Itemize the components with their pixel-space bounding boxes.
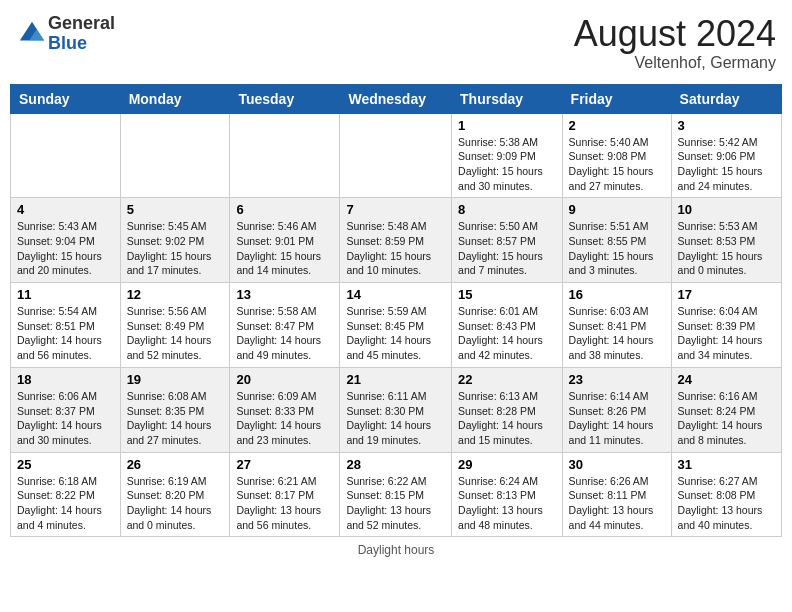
day-number: 22 (458, 372, 556, 387)
calendar-week-row: 18Sunrise: 6:06 AM Sunset: 8:37 PM Dayli… (11, 367, 782, 452)
day-info: Sunrise: 6:14 AM Sunset: 8:26 PM Dayligh… (569, 389, 665, 448)
day-info: Sunrise: 5:45 AM Sunset: 9:02 PM Dayligh… (127, 219, 224, 278)
calendar-day-cell: 21Sunrise: 6:11 AM Sunset: 8:30 PM Dayli… (340, 367, 452, 452)
day-info: Sunrise: 6:01 AM Sunset: 8:43 PM Dayligh… (458, 304, 556, 363)
day-number: 1 (458, 118, 556, 133)
day-of-week-header: Wednesday (340, 84, 452, 113)
logo-blue-text: Blue (48, 34, 115, 54)
day-info: Sunrise: 6:16 AM Sunset: 8:24 PM Dayligh… (678, 389, 775, 448)
logo-general-text: General (48, 14, 115, 34)
calendar-table: SundayMondayTuesdayWednesdayThursdayFrid… (10, 84, 782, 538)
calendar-day-cell: 17Sunrise: 6:04 AM Sunset: 8:39 PM Dayli… (671, 283, 781, 368)
day-number: 29 (458, 457, 556, 472)
day-number: 20 (236, 372, 333, 387)
day-info: Sunrise: 5:54 AM Sunset: 8:51 PM Dayligh… (17, 304, 114, 363)
day-number: 26 (127, 457, 224, 472)
calendar-day-cell: 1Sunrise: 5:38 AM Sunset: 9:09 PM Daylig… (452, 113, 563, 198)
day-info: Sunrise: 6:27 AM Sunset: 8:08 PM Dayligh… (678, 474, 775, 533)
day-number: 3 (678, 118, 775, 133)
calendar-body: 1Sunrise: 5:38 AM Sunset: 9:09 PM Daylig… (11, 113, 782, 537)
day-number: 8 (458, 202, 556, 217)
day-info: Sunrise: 6:24 AM Sunset: 8:13 PM Dayligh… (458, 474, 556, 533)
calendar-week-row: 4Sunrise: 5:43 AM Sunset: 9:04 PM Daylig… (11, 198, 782, 283)
day-number: 17 (678, 287, 775, 302)
calendar-header: SundayMondayTuesdayWednesdayThursdayFrid… (11, 84, 782, 113)
calendar-day-cell: 31Sunrise: 6:27 AM Sunset: 8:08 PM Dayli… (671, 452, 781, 537)
calendar-day-cell: 14Sunrise: 5:59 AM Sunset: 8:45 PM Dayli… (340, 283, 452, 368)
calendar-day-cell: 4Sunrise: 5:43 AM Sunset: 9:04 PM Daylig… (11, 198, 121, 283)
month-year-title: August 2024 (574, 14, 776, 54)
day-number: 6 (236, 202, 333, 217)
day-info: Sunrise: 6:13 AM Sunset: 8:28 PM Dayligh… (458, 389, 556, 448)
calendar-day-cell: 12Sunrise: 5:56 AM Sunset: 8:49 PM Dayli… (120, 283, 230, 368)
calendar-day-cell: 18Sunrise: 6:06 AM Sunset: 8:37 PM Dayli… (11, 367, 121, 452)
day-info: Sunrise: 5:59 AM Sunset: 8:45 PM Dayligh… (346, 304, 445, 363)
calendar-day-cell: 28Sunrise: 6:22 AM Sunset: 8:15 PM Dayli… (340, 452, 452, 537)
calendar-day-cell: 27Sunrise: 6:21 AM Sunset: 8:17 PM Dayli… (230, 452, 340, 537)
day-info: Sunrise: 6:08 AM Sunset: 8:35 PM Dayligh… (127, 389, 224, 448)
day-info: Sunrise: 5:58 AM Sunset: 8:47 PM Dayligh… (236, 304, 333, 363)
calendar-week-row: 1Sunrise: 5:38 AM Sunset: 9:09 PM Daylig… (11, 113, 782, 198)
day-number: 21 (346, 372, 445, 387)
calendar-day-cell: 22Sunrise: 6:13 AM Sunset: 8:28 PM Dayli… (452, 367, 563, 452)
day-number: 18 (17, 372, 114, 387)
day-info: Sunrise: 6:06 AM Sunset: 8:37 PM Dayligh… (17, 389, 114, 448)
calendar-day-cell: 8Sunrise: 5:50 AM Sunset: 8:57 PM Daylig… (452, 198, 563, 283)
day-of-week-header: Tuesday (230, 84, 340, 113)
calendar-day-cell (11, 113, 121, 198)
day-info: Sunrise: 5:42 AM Sunset: 9:06 PM Dayligh… (678, 135, 775, 194)
day-number: 11 (17, 287, 114, 302)
day-number: 24 (678, 372, 775, 387)
day-number: 13 (236, 287, 333, 302)
calendar-day-cell: 15Sunrise: 6:01 AM Sunset: 8:43 PM Dayli… (452, 283, 563, 368)
day-info: Sunrise: 6:04 AM Sunset: 8:39 PM Dayligh… (678, 304, 775, 363)
footer: Daylight hours (10, 543, 782, 557)
day-info: Sunrise: 6:09 AM Sunset: 8:33 PM Dayligh… (236, 389, 333, 448)
calendar-day-cell: 30Sunrise: 6:26 AM Sunset: 8:11 PM Dayli… (562, 452, 671, 537)
calendar-day-cell: 7Sunrise: 5:48 AM Sunset: 8:59 PM Daylig… (340, 198, 452, 283)
calendar-day-cell: 10Sunrise: 5:53 AM Sunset: 8:53 PM Dayli… (671, 198, 781, 283)
calendar-day-cell (230, 113, 340, 198)
calendar-day-cell: 3Sunrise: 5:42 AM Sunset: 9:06 PM Daylig… (671, 113, 781, 198)
day-number: 25 (17, 457, 114, 472)
day-number: 27 (236, 457, 333, 472)
day-info: Sunrise: 6:19 AM Sunset: 8:20 PM Dayligh… (127, 474, 224, 533)
day-of-week-header: Thursday (452, 84, 563, 113)
day-number: 15 (458, 287, 556, 302)
header-row: SundayMondayTuesdayWednesdayThursdayFrid… (11, 84, 782, 113)
logo-icon (18, 20, 46, 48)
day-number: 19 (127, 372, 224, 387)
location-subtitle: Veltenhof, Germany (574, 54, 776, 72)
title-section: August 2024 Veltenhof, Germany (574, 14, 776, 72)
day-info: Sunrise: 5:40 AM Sunset: 9:08 PM Dayligh… (569, 135, 665, 194)
calendar-day-cell: 11Sunrise: 5:54 AM Sunset: 8:51 PM Dayli… (11, 283, 121, 368)
calendar-day-cell: 29Sunrise: 6:24 AM Sunset: 8:13 PM Dayli… (452, 452, 563, 537)
day-number: 5 (127, 202, 224, 217)
day-number: 16 (569, 287, 665, 302)
day-number: 7 (346, 202, 445, 217)
day-of-week-header: Monday (120, 84, 230, 113)
calendar-day-cell: 25Sunrise: 6:18 AM Sunset: 8:22 PM Dayli… (11, 452, 121, 537)
day-number: 28 (346, 457, 445, 472)
day-info: Sunrise: 6:26 AM Sunset: 8:11 PM Dayligh… (569, 474, 665, 533)
calendar-day-cell: 26Sunrise: 6:19 AM Sunset: 8:20 PM Dayli… (120, 452, 230, 537)
calendar-day-cell (340, 113, 452, 198)
calendar-week-row: 11Sunrise: 5:54 AM Sunset: 8:51 PM Dayli… (11, 283, 782, 368)
page-header: General Blue August 2024 Veltenhof, Germ… (10, 10, 782, 76)
day-number: 9 (569, 202, 665, 217)
day-number: 31 (678, 457, 775, 472)
day-number: 4 (17, 202, 114, 217)
calendar-day-cell: 16Sunrise: 6:03 AM Sunset: 8:41 PM Dayli… (562, 283, 671, 368)
day-number: 10 (678, 202, 775, 217)
day-number: 12 (127, 287, 224, 302)
day-info: Sunrise: 6:22 AM Sunset: 8:15 PM Dayligh… (346, 474, 445, 533)
day-number: 30 (569, 457, 665, 472)
day-info: Sunrise: 5:46 AM Sunset: 9:01 PM Dayligh… (236, 219, 333, 278)
day-info: Sunrise: 6:03 AM Sunset: 8:41 PM Dayligh… (569, 304, 665, 363)
calendar-day-cell: 13Sunrise: 5:58 AM Sunset: 8:47 PM Dayli… (230, 283, 340, 368)
day-info: Sunrise: 5:56 AM Sunset: 8:49 PM Dayligh… (127, 304, 224, 363)
calendar-day-cell: 23Sunrise: 6:14 AM Sunset: 8:26 PM Dayli… (562, 367, 671, 452)
day-of-week-header: Saturday (671, 84, 781, 113)
calendar-day-cell: 6Sunrise: 5:46 AM Sunset: 9:01 PM Daylig… (230, 198, 340, 283)
day-info: Sunrise: 5:50 AM Sunset: 8:57 PM Dayligh… (458, 219, 556, 278)
